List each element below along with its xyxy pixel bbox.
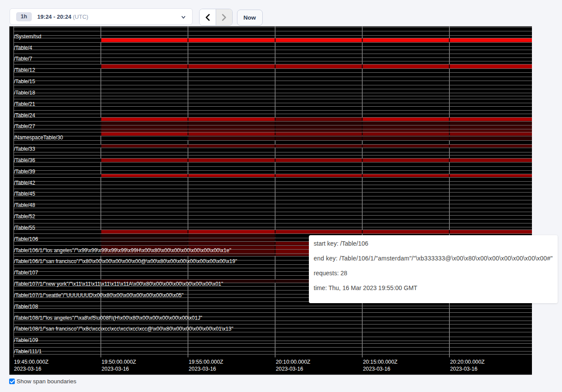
svg-text:/Table/33: /Table/33 <box>14 146 35 152</box>
svg-text:/Table/109: /Table/109 <box>14 337 38 343</box>
svg-text:20:20:00.000Z: 20:20:00.000Z <box>450 359 485 365</box>
svg-text:2023-03-16: 2023-03-16 <box>14 366 41 372</box>
svg-text:/Table/42: /Table/42 <box>14 180 35 186</box>
svg-text:/Table/18: /Table/18 <box>14 90 35 96</box>
svg-text:/Table/106: /Table/106 <box>14 236 38 242</box>
svg-text:/Table/21: /Table/21 <box>14 101 35 107</box>
svg-text:/Table/27: /Table/27 <box>14 123 35 129</box>
svg-text:/Table/108/1/"los angeles"/"\x: /Table/108/1/"los angeles"/"\xa8\xf5\u00… <box>14 315 202 321</box>
svg-text:/Table/45: /Table/45 <box>14 191 35 197</box>
svg-text:/Table/107/1/"new york"/"\x11\: /Table/107/1/"new york"/"\x11\x11\x11\x1… <box>14 281 223 287</box>
svg-text:2023-03-16: 2023-03-16 <box>189 366 216 372</box>
svg-text:/Table/107/1/"seattle"/"UUUUUU: /Table/107/1/"seattle"/"UUUUUUD\x00\x80\… <box>14 292 183 298</box>
svg-text:20:10:00.000Z: 20:10:00.000Z <box>276 359 311 365</box>
svg-text:/Table/12: /Table/12 <box>14 67 35 73</box>
svg-text:/Table/7: /Table/7 <box>14 56 32 62</box>
svg-text:/Table/36: /Table/36 <box>14 157 35 163</box>
svg-text:/Table/4: /Table/4 <box>14 45 32 51</box>
svg-text:2023-03-16: 2023-03-16 <box>102 366 129 372</box>
svg-text:/Table/106/1/"los angeles"/"\x: /Table/106/1/"los angeles"/"\x99\x99\x99… <box>14 247 231 253</box>
svg-text:/Table/15: /Table/15 <box>14 78 35 84</box>
svg-text:/System/tsd: /System/tsd <box>14 34 41 40</box>
svg-text:/Table/111/1: /Table/111/1 <box>14 348 42 355</box>
svg-text:/Table/106/1/"san francisco"/": /Table/106/1/"san francisco"/"\x80\x00\x… <box>14 258 237 264</box>
svg-text:/Table/55: /Table/55 <box>14 225 35 231</box>
svg-text:/Table/24: /Table/24 <box>14 112 35 118</box>
svg-text:2023-03-16: 2023-03-16 <box>363 366 390 372</box>
svg-text:/Table/52: /Table/52 <box>14 213 35 220</box>
svg-text:/Table/107: /Table/107 <box>14 270 38 276</box>
svg-text:/Table/48: /Table/48 <box>14 202 35 208</box>
svg-text:20:15:00.000Z: 20:15:00.000Z <box>363 359 398 365</box>
svg-text:/Table/39: /Table/39 <box>14 169 35 175</box>
svg-text:/Table/108: /Table/108 <box>14 304 38 310</box>
svg-text:19:55:00.000Z: 19:55:00.000Z <box>189 359 223 365</box>
svg-text:19:45:00.000Z: 19:45:00.000Z <box>14 359 49 365</box>
svg-text:2023-03-16: 2023-03-16 <box>276 366 303 372</box>
svg-text:/NamespaceTable/30: /NamespaceTable/30 <box>14 135 63 141</box>
svg-text:/Table/108/1/"san francisco"/": /Table/108/1/"san francisco"/"\x8c\xcc\x… <box>14 326 233 332</box>
svg-text:2023-03-16: 2023-03-16 <box>450 366 477 372</box>
svg-text:19:50:00.000Z: 19:50:00.000Z <box>102 359 136 365</box>
